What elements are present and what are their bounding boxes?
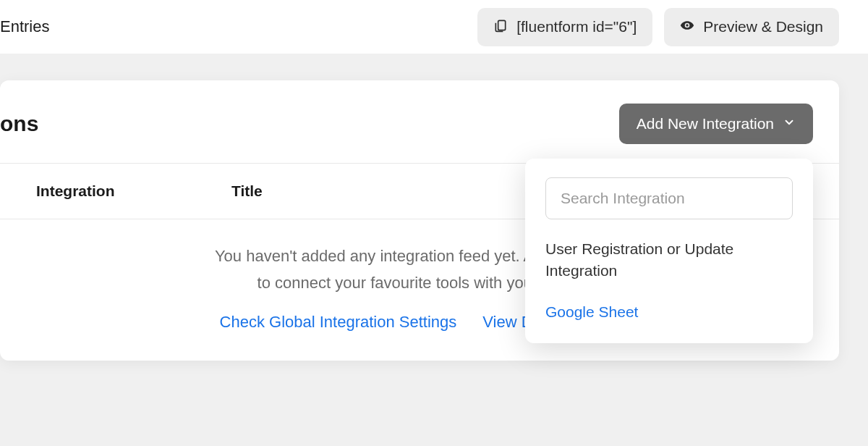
svg-rect-0	[498, 20, 506, 30]
entries-tab[interactable]: Entries	[0, 17, 49, 36]
integrations-panel: ons Add New Integration Integration Titl…	[0, 80, 839, 361]
column-header-title: Title	[231, 182, 448, 200]
shortcode-text: [fluentform id="6"]	[516, 18, 637, 35]
dropdown-item-google-sheet[interactable]: Google Sheet	[545, 301, 793, 323]
add-integration-dropdown: User Registration or Update Integration …	[525, 159, 813, 343]
eye-icon	[680, 18, 694, 36]
add-new-integration-button[interactable]: Add New Integration	[619, 104, 813, 144]
preview-design-button[interactable]: Preview & Design	[664, 8, 839, 46]
check-global-settings-link[interactable]: Check Global Integration Settings	[220, 313, 457, 332]
search-integration-input[interactable]	[545, 177, 793, 219]
preview-design-label: Preview & Design	[703, 18, 823, 35]
top-bar: Entries [fluentform id="6"] Preview & De…	[0, 0, 868, 54]
chevron-down-icon	[783, 115, 796, 132]
panel-header: ons Add New Integration	[0, 80, 839, 163]
add-new-integration-label: Add New Integration	[637, 115, 774, 132]
panel-title: ons	[0, 112, 38, 136]
dropdown-item-user-registration[interactable]: User Registration or Update Integration	[545, 238, 793, 282]
column-header-integration: Integration	[36, 182, 231, 200]
main-area: ons Add New Integration Integration Titl…	[0, 80, 868, 361]
copy-icon	[493, 18, 508, 36]
topbar-actions: [fluentform id="6"] Preview & Design	[477, 8, 839, 46]
shortcode-button[interactable]: [fluentform id="6"]	[477, 8, 652, 46]
